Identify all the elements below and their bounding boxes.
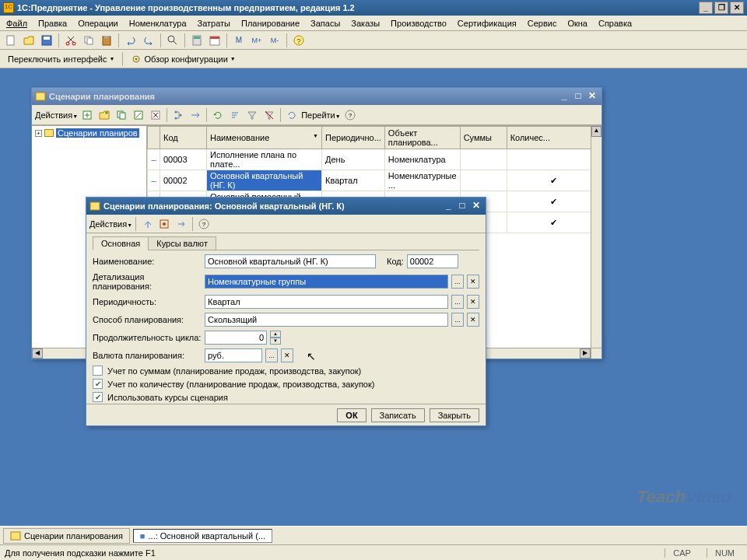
add-icon[interactable]	[79, 107, 95, 123]
new-doc-icon[interactable]	[3, 33, 19, 48]
currency-select-button[interactable]: ...	[265, 348, 278, 362]
config-overview-label: Обзор конфигурации	[144, 54, 227, 64]
app-restore-button[interactable]: ❐	[714, 2, 728, 14]
use-rates-checkbox[interactable]: ✔	[93, 392, 103, 402]
form-maximize-button[interactable]: □	[456, 201, 468, 212]
m-icon[interactable]: M	[231, 33, 247, 48]
menu-windows[interactable]: Окна	[563, 17, 592, 30]
taskbar-item-list[interactable]: Сценарии планирования	[3, 528, 130, 544]
table-row-selected: – 00002 Основной квартальный (НГ. К) Ква…	[148, 170, 601, 191]
by-sums-checkbox[interactable]	[93, 366, 103, 376]
copy-item-icon[interactable]	[114, 107, 129, 123]
method-clear-button[interactable]: ✕	[467, 313, 479, 327]
close-button[interactable]: Закрыть	[430, 408, 479, 422]
tree-expand-icon[interactable]: +	[35, 130, 42, 137]
menu-stocks[interactable]: Запасы	[306, 17, 345, 30]
periodicity-field[interactable]: Квартал	[205, 295, 448, 309]
method-field[interactable]: Скользящий	[205, 313, 448, 327]
switch-interface-button[interactable]: Переключить интерфейс ▼	[3, 53, 119, 65]
col-qty[interactable]: Количес...	[507, 127, 601, 149]
config-overview-button[interactable]: Обзор конфигурации ▼	[126, 52, 240, 66]
form-save-icon[interactable]	[139, 216, 155, 232]
add-group-icon[interactable]	[96, 107, 112, 123]
menu-service[interactable]: Сервис	[523, 17, 562, 30]
tab-main[interactable]: Основная	[93, 236, 149, 250]
col-plan-object[interactable]: Объект планирова...	[384, 127, 460, 149]
ok-button[interactable]: ОК	[337, 408, 366, 422]
list-minimize-button[interactable]: _	[558, 91, 570, 102]
form-window-titlebar[interactable]: Сценарии планирования: Основной кварталь…	[86, 198, 486, 215]
list-actions-button[interactable]: Действия▼	[35, 110, 78, 120]
list-close-button[interactable]: ✕	[586, 91, 598, 102]
move-icon[interactable]	[188, 107, 203, 123]
status-cap: CAP	[665, 548, 699, 558]
form-minimize-button[interactable]: _	[442, 201, 454, 212]
by-qty-checkbox[interactable]: ✔	[93, 379, 103, 389]
save-button[interactable]: Записать	[371, 408, 425, 422]
cycle-spinner[interactable]: ▲ ▼	[270, 331, 281, 345]
menu-planning[interactable]: Планирование	[237, 17, 304, 30]
form-actions-button[interactable]: Действия▼	[89, 219, 132, 229]
tab-rates[interactable]: Курсы валют	[148, 236, 216, 250]
filter-icon[interactable]	[244, 107, 260, 123]
app-close-button[interactable]: ✕	[730, 2, 744, 14]
hierarchy-icon[interactable]	[170, 107, 186, 123]
taskbar-item-form[interactable]: ■ ...: Основной квартальный (...	[133, 529, 272, 543]
menu-certification[interactable]: Сертификация	[453, 17, 521, 30]
menu-nomenclature[interactable]: Номенклатура	[124, 17, 191, 30]
col-sums[interactable]: Суммы	[460, 127, 507, 149]
col-periodicity[interactable]: Периодично...	[322, 127, 385, 149]
refresh2-icon[interactable]	[284, 107, 300, 123]
list-help-icon[interactable]: ?	[342, 107, 358, 123]
method-select-button[interactable]: ...	[451, 313, 464, 327]
edit-icon[interactable]	[131, 107, 146, 123]
menu-costs[interactable]: Затраты	[193, 17, 236, 30]
copy-icon[interactable]	[81, 33, 96, 48]
detail-field[interactable]: Номенклатурные группы	[205, 275, 448, 289]
currency-clear-button[interactable]: ✕	[281, 348, 293, 362]
find-icon[interactable]	[165, 33, 181, 48]
menu-operations[interactable]: Операции	[73, 17, 122, 30]
app-minimize-button[interactable]: _	[699, 2, 713, 14]
calculator-icon[interactable]	[189, 33, 205, 48]
tree-root-node[interactable]: + Сценарии планиров	[33, 128, 145, 138]
menu-orders[interactable]: Заказы	[346, 17, 384, 30]
detail-clear-button[interactable]: ✕	[467, 275, 479, 289]
col-name[interactable]: Наименование ▼	[207, 127, 322, 149]
save-icon[interactable]	[39, 33, 54, 48]
m-plus-icon[interactable]: M+	[249, 33, 265, 48]
filter-off-icon[interactable]	[261, 107, 277, 123]
menu-help[interactable]: Справка	[594, 17, 637, 30]
grid-vertical-scrollbar[interactable]: ▲	[591, 126, 601, 359]
form-close-button[interactable]: ✕	[470, 201, 482, 212]
undo-icon[interactable]	[123, 33, 139, 48]
cycle-field[interactable]: 0	[205, 331, 267, 345]
calendar-icon[interactable]	[207, 33, 223, 48]
delete-icon[interactable]	[148, 107, 163, 123]
menu-file[interactable]: Файл	[2, 17, 32, 30]
list-maximize-button[interactable]: □	[572, 91, 584, 102]
list-window-titlebar[interactable]: Сценарии планирования _ □ ✕	[32, 88, 601, 105]
m-minus-icon[interactable]: M-	[267, 33, 282, 48]
cut-icon[interactable]	[63, 33, 79, 48]
col-code[interactable]: Код	[160, 127, 207, 149]
redo-icon[interactable]	[141, 33, 156, 48]
menu-edit[interactable]: Правка	[33, 17, 72, 30]
code-field[interactable]: 00002	[407, 254, 458, 268]
form-help-icon[interactable]: ?	[196, 216, 212, 232]
name-field[interactable]: Основной квартальный (НГ. К)	[205, 254, 376, 268]
form-record-icon[interactable]	[156, 216, 172, 232]
refresh-icon[interactable]	[210, 107, 226, 123]
help-icon[interactable]: ?	[291, 33, 307, 48]
list-goto-button[interactable]: Перейти▼	[301, 110, 341, 120]
detail-select-button[interactable]: ...	[451, 275, 464, 289]
menu-production[interactable]: Производство	[386, 17, 451, 30]
periodicity-select-button[interactable]: ...	[451, 295, 464, 309]
form-goto-icon[interactable]	[174, 216, 189, 232]
currency-field[interactable]: руб.	[205, 348, 262, 362]
open-icon[interactable]	[21, 33, 37, 48]
periodicity-clear-button[interactable]: ✕	[467, 295, 479, 309]
paste-icon[interactable]	[99, 33, 114, 48]
active-indicator-icon: ■	[140, 531, 146, 541]
sort-icon[interactable]	[227, 107, 243, 123]
